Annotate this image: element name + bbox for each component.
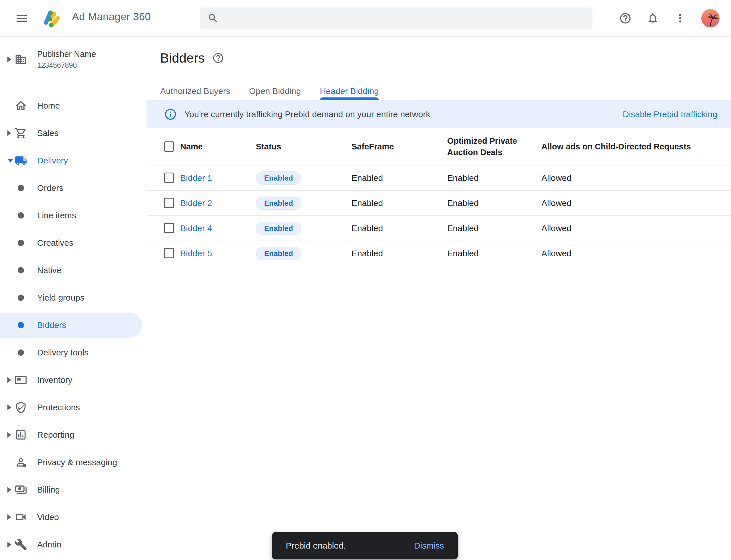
sidebar-nav: Home Sales Delivery Orders Line items — [0, 82, 146, 558]
sidebar-item-home[interactable]: Home — [0, 92, 146, 119]
safeframe-value: Enabled — [352, 249, 447, 258]
sidebar-item-line-items[interactable]: Line items — [0, 202, 146, 229]
chevron-right-icon — [7, 130, 11, 136]
prebid-info-banner: You’re currently trafficking Prebid dema… — [147, 100, 731, 128]
chevron-right-icon — [7, 487, 11, 493]
ad-unit-icon — [15, 374, 27, 386]
search-input[interactable] — [225, 13, 592, 23]
person-badge-icon — [15, 456, 27, 469]
table-row: Bidder 4 Enabled Enabled Enabled Allowed — [147, 216, 731, 241]
column-header-safeframe: SafeFrame — [352, 141, 447, 152]
status-badge: Enabled — [256, 197, 301, 210]
bullet-icon — [18, 240, 24, 246]
private-auction-value: Enabled — [447, 223, 541, 233]
bullet-icon — [18, 349, 24, 356]
sidebar-item-privacy-messaging[interactable]: Privacy & messaging — [0, 449, 146, 476]
bar-chart-icon — [15, 429, 27, 441]
row-checkbox[interactable] — [164, 248, 174, 258]
toast-message: Prebid enabled. — [286, 541, 346, 551]
sidebar-item-delivery-tools[interactable]: Delivery tools — [0, 339, 146, 366]
sidebar-item-creatives[interactable]: Creatives — [0, 229, 146, 257]
wrench-icon — [15, 538, 27, 551]
sidebar-item-orders[interactable]: Orders — [0, 174, 146, 202]
column-header-status: Status — [256, 141, 352, 152]
child-directed-value: Allowed — [541, 173, 731, 183]
publisher-name: Publisher Name — [37, 49, 96, 59]
bidder-link[interactable]: Bidder 1 — [180, 173, 256, 183]
table-row: Bidder 2 Enabled Enabled Enabled Allowed — [147, 191, 731, 216]
child-directed-value: Allowed — [541, 249, 731, 258]
column-header-child-directed: Allow ads on Child-Directed Requests — [541, 141, 731, 152]
tab-header-bidding[interactable]: Header Bidding — [320, 86, 379, 100]
safeframe-value: Enabled — [352, 198, 447, 208]
notifications-icon[interactable] — [646, 12, 659, 25]
shield-check-icon — [15, 401, 27, 414]
private-auction-value: Enabled — [447, 249, 541, 258]
table-row: Bidder 5 Enabled Enabled Enabled Allowed — [147, 241, 731, 266]
search-bar[interactable] — [200, 7, 592, 29]
bidder-link[interactable]: Bidder 5 — [180, 249, 256, 258]
bullet-icon — [18, 212, 24, 219]
sidebar-item-billing[interactable]: Billing — [0, 476, 146, 503]
tab-authorized-buyers[interactable]: Authorized Buyers — [160, 86, 230, 100]
sidebar-item-admin[interactable]: Admin — [0, 531, 146, 558]
sidebar-item-bidders[interactable]: Bidders — [0, 313, 142, 338]
sidebar: Publisher Name 1234567890 Home Sales Del… — [0, 37, 146, 560]
bidders-table: Name Status SafeFrame Optimized Private … — [147, 128, 731, 266]
sidebar-item-yield-groups[interactable]: Yield groups — [0, 284, 146, 311]
child-directed-value: Allowed — [541, 223, 731, 233]
sidebar-item-delivery[interactable]: Delivery — [0, 147, 146, 174]
sidebar-item-protections[interactable]: Protections — [0, 394, 146, 421]
column-header-name: Name — [180, 141, 256, 152]
safeframe-value: Enabled — [352, 223, 447, 233]
search-icon — [207, 13, 219, 24]
building-icon — [15, 53, 27, 66]
status-badge: Enabled — [256, 171, 301, 185]
table-header-row: Name Status SafeFrame Optimized Private … — [147, 128, 731, 165]
dismiss-button[interactable]: Dismiss — [414, 541, 444, 551]
disable-prebid-trafficking-link[interactable]: Disable Prebid trafficking — [623, 109, 717, 119]
bidder-link[interactable]: Bidder 4 — [180, 223, 256, 233]
table-row: Bidder 1 Enabled Enabled Enabled Allowed — [147, 165, 731, 191]
videocam-icon — [15, 511, 27, 523]
private-auction-value: Enabled — [447, 198, 541, 208]
chevron-right-icon — [7, 57, 11, 62]
sidebar-item-sales[interactable]: Sales — [0, 119, 146, 147]
toast: Prebid enabled. Dismiss — [272, 532, 458, 559]
publisher-id: 1234567890 — [37, 61, 96, 69]
cart-icon — [15, 127, 27, 139]
publisher-switcher[interactable]: Publisher Name 1234567890 — [0, 37, 146, 82]
sidebar-item-native[interactable]: Native — [0, 257, 146, 284]
private-auction-value: Enabled — [447, 173, 541, 183]
sidebar-item-video[interactable]: Video — [0, 503, 146, 531]
tab-bar: Authorized Buyers Open Bidding Header Bi… — [147, 86, 731, 100]
status-badge: Enabled — [256, 222, 301, 235]
menu-icon[interactable] — [15, 11, 29, 25]
banner-text: You’re currently trafficking Prebid dema… — [185, 109, 430, 119]
child-directed-value: Allowed — [541, 198, 731, 208]
help-icon[interactable] — [212, 52, 224, 64]
ad-manager-logo-icon — [39, 6, 63, 30]
tab-open-bidding[interactable]: Open Bidding — [249, 86, 301, 100]
bullet-icon — [18, 322, 24, 328]
chevron-right-icon — [7, 514, 11, 520]
bidder-link[interactable]: Bidder 2 — [180, 198, 256, 208]
bullet-icon — [18, 267, 24, 273]
payments-icon — [15, 483, 27, 496]
avatar[interactable] — [701, 9, 720, 27]
chevron-right-icon — [7, 432, 11, 438]
app-title: Ad Manager 360 — [72, 11, 151, 23]
more-vert-icon[interactable] — [674, 12, 686, 25]
page-title: Bidders — [160, 50, 205, 66]
row-checkbox[interactable] — [164, 173, 174, 183]
sidebar-item-inventory[interactable]: Inventory — [0, 366, 146, 394]
sidebar-item-reporting[interactable]: Reporting — [0, 421, 146, 449]
row-checkbox[interactable] — [164, 198, 174, 208]
main-content: Bidders Authorized Buyers Open Bidding H… — [147, 37, 731, 560]
select-all-checkbox[interactable] — [164, 141, 174, 152]
row-checkbox[interactable] — [164, 223, 174, 233]
chevron-down-icon — [7, 159, 13, 163]
help-icon[interactable] — [619, 12, 632, 25]
status-badge: Enabled — [256, 247, 301, 260]
chevron-right-icon — [7, 542, 11, 547]
